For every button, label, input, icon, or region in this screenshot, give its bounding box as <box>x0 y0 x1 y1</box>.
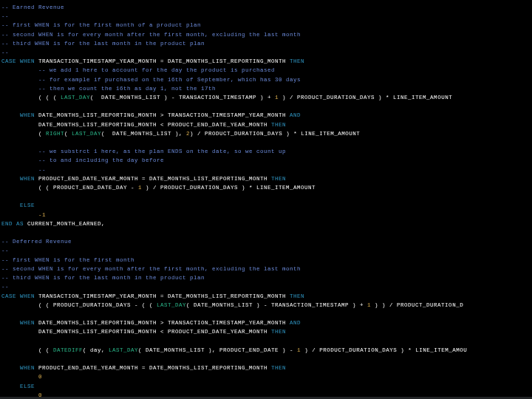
code-token: DATE_MONTHS_LIST_REPORTING_MONTH > TRANS… <box>35 320 290 326</box>
code-token: -- we add 1 here to account for the day … <box>38 67 275 73</box>
code-line[interactable]: -- Earned Revenue <box>1 3 532 12</box>
code-line[interactable]: ( ( ( LAST_DAY( DATE_MONTHS_LIST ) - TRA… <box>1 93 532 102</box>
code-token <box>1 77 38 83</box>
code-token: LAST_DAY <box>72 131 101 137</box>
code-token <box>1 383 20 389</box>
code-line[interactable]: -- then we count the 16th as day 1, not … <box>1 84 532 93</box>
code-line[interactable]: DATE_MONTHS_LIST_REPORTING_MONTH < PRODU… <box>1 120 532 129</box>
code-line[interactable]: WHEN DATE_MONTHS_LIST_REPORTING_MONTH > … <box>1 111 532 120</box>
code-line[interactable]: CASE WHEN TRANSACTION_TIMESTAMP_YEAR_MON… <box>1 57 532 66</box>
code-token <box>1 365 20 371</box>
code-token: THEN <box>271 176 286 182</box>
code-line[interactable]: ( ( PRODUCT_DURATION_DAYS - ( ( LAST_DAY… <box>1 301 532 310</box>
code-token: DATE_MONTHS_LIST_REPORTING_MONTH < PRODU… <box>38 122 271 128</box>
code-line[interactable]: ELSE <box>1 382 532 391</box>
code-token: RIGHT <box>46 131 64 137</box>
code-line[interactable]: 0 <box>1 372 532 381</box>
code-token <box>1 67 38 73</box>
code-token <box>1 176 20 182</box>
code-token: THEN <box>271 329 286 335</box>
code-line[interactable]: WHEN DATE_MONTHS_LIST_REPORTING_MONTH > … <box>1 318 532 327</box>
code-token: -- to and including the day before <box>38 157 164 163</box>
code-token: -- then we count the 16th as day 1, not … <box>38 86 216 92</box>
code-token: -1 <box>38 212 46 218</box>
code-token: ELSE <box>20 383 35 389</box>
code-line[interactable]: -- to and including the day before <box>1 156 532 165</box>
code-line[interactable]: -- we substrct 1 here, as the plan ENDS … <box>1 147 532 156</box>
code-line[interactable]: -- first WHEN is for the first month of … <box>1 21 532 30</box>
code-token: ( DATE_MONTHS_LIST ) - TRANSACTION_TIMES… <box>186 302 367 308</box>
code-line[interactable]: -- we add 1 here to account for the day … <box>1 66 532 75</box>
code-token: ( <box>1 131 46 137</box>
code-editor[interactable]: -- Earned Revenue---- first WHEN is for … <box>0 0 532 399</box>
code-line[interactable] <box>1 228 532 237</box>
code-line[interactable]: -- <box>1 282 532 291</box>
code-token: ELSE <box>20 202 35 208</box>
code-token: -- first WHEN is for the first month <box>1 257 134 263</box>
code-token: ( day, <box>83 347 109 353</box>
code-line[interactable]: -1 <box>1 211 532 219</box>
code-token: LAST_DAY <box>157 302 186 308</box>
code-line[interactable]: -- second WHEN is for every month after … <box>1 265 532 273</box>
code-line[interactable]: -- third WHEN is for the last month in t… <box>1 273 532 282</box>
code-token: ( ( <box>1 347 53 353</box>
code-line[interactable] <box>1 138 532 147</box>
code-line[interactable] <box>1 102 532 111</box>
code-token <box>1 149 38 154</box>
code-line[interactable]: WHEN PRODUCT_END_DATE_YEAR_MONTH = DATE_… <box>1 174 532 183</box>
code-line[interactable]: WHEN PRODUCT_END_DATE_YEAR_MONTH = DATE_… <box>1 364 532 372</box>
code-line[interactable]: -- <box>1 48 532 57</box>
code-token: ) / PRODUCT_DURATION_DAYS ) * LINE_ITEM_… <box>142 185 316 191</box>
code-line[interactable]: -- Deferred Revenue <box>1 237 532 246</box>
code-token: ) / PRODUCT_DURATION_DAYS ) * LINE_ITEM_… <box>190 131 360 137</box>
code-line[interactable] <box>1 337 532 346</box>
code-token: ) / PRODUCT_DURATION_DAYS ) * LINE_ITEM_… <box>279 95 452 100</box>
code-line[interactable]: -- <box>1 246 532 255</box>
code-line[interactable]: -- <box>1 166 532 174</box>
code-line[interactable]: ( ( DATEDIFF( day, LAST_DAY( DATE_MONTHS… <box>1 346 532 355</box>
code-token: LAST_DAY <box>109 347 138 353</box>
code-token: ( DATE_MONTHS_LIST ), PRODUCT_END_DATE )… <box>138 347 297 353</box>
code-line[interactable]: DATE_MONTHS_LIST_REPORTING_MONTH < PRODU… <box>1 327 532 336</box>
code-line[interactable]: -- first WHEN is for the first month <box>1 256 532 265</box>
code-token: ( DATE_MONTHS_LIST ), <box>101 131 186 137</box>
code-token: WHEN <box>20 176 35 182</box>
code-token <box>1 112 20 118</box>
code-token: DATE_MONTHS_LIST_REPORTING_MONTH < PRODU… <box>38 329 271 335</box>
code-line[interactable]: -- <box>1 12 532 21</box>
code-token: -- third WHEN is for the last month in t… <box>1 41 205 47</box>
code-token: -- first WHEN is for the first month of … <box>1 22 201 28</box>
code-line[interactable]: CASE WHEN TRANSACTION_TIMESTAMP_YEAR_MON… <box>1 292 532 301</box>
code-token: -- <box>1 13 9 19</box>
code-line[interactable] <box>1 192 532 201</box>
code-token: LAST_DAY <box>61 95 90 100</box>
code-line[interactable]: ( ( PRODUCT_END_DATE_DAY - 1 ) / PRODUCT… <box>1 183 532 192</box>
code-token: -- Deferred Revenue <box>1 239 72 245</box>
code-token: WHEN <box>20 320 35 326</box>
code-token: TRANSACTION_TIMESTAMP_YEAR_MONTH = DATE_… <box>35 293 290 299</box>
code-token <box>1 86 38 92</box>
code-token: THEN <box>290 58 304 64</box>
code-line[interactable]: ELSE <box>1 201 532 210</box>
code-token: -- for example if purchased on the 16th … <box>38 77 301 83</box>
code-token: PRODUCT_END_DATE_YEAR_MONTH = DATE_MONTH… <box>35 176 271 182</box>
code-line[interactable]: -- second WHEN is for every month after … <box>1 30 532 39</box>
code-line[interactable] <box>1 310 532 318</box>
code-token: ( ( ( <box>1 95 61 100</box>
code-line[interactable]: -- third WHEN is for the last month in t… <box>1 39 532 48</box>
code-token: DATE_MONTHS_LIST_REPORTING_MONTH > TRANS… <box>35 112 290 118</box>
code-line[interactable]: ( RIGHT( LAST_DAY( DATE_MONTHS_LIST ), 2… <box>1 129 532 138</box>
code-line[interactable]: -- for example if purchased on the 16th … <box>1 75 532 84</box>
code-token: -- we substrct 1 here, as the plan ENDS … <box>38 149 286 154</box>
code-token: -- Earned Revenue <box>1 4 64 10</box>
code-token: ) ) / PRODUCT_DURATION_D <box>371 302 463 308</box>
code-line[interactable] <box>1 355 532 364</box>
code-token: CASE WHEN <box>1 293 35 299</box>
code-token: 0 <box>38 374 42 380</box>
code-token: THEN <box>271 365 286 371</box>
code-line[interactable]: END AS CURRENT_MONTH_EARNED, <box>1 219 532 228</box>
code-token: ( ( PRODUCT_DURATION_DAYS - ( ( <box>1 302 157 308</box>
code-token <box>1 329 38 335</box>
code-token: -- <box>1 50 9 55</box>
code-token: -- second WHEN is for every month after … <box>1 32 301 38</box>
